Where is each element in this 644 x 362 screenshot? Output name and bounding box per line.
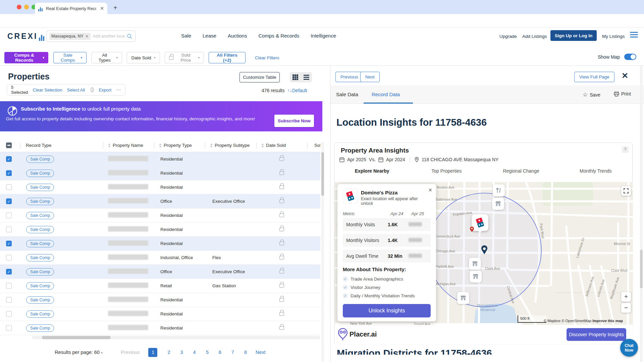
table-row[interactable]: Sale Comp Industrial, Office Flex (0, 251, 320, 265)
date-sold-filter[interactable]: Date Sold▾ (127, 52, 160, 63)
map-fullscreen-button[interactable] (621, 186, 631, 196)
insights-tab-regional-change[interactable]: Regional Change (484, 168, 558, 174)
discover-property-insights-button[interactable]: Discover Property Insights (567, 328, 626, 341)
page-5[interactable]: 5 (206, 350, 209, 355)
date-b[interactable]: Apr 2024 (386, 157, 405, 162)
sign-up-button[interactable]: Sign Up or Log In (550, 30, 597, 41)
insights-tab-monthly-trends[interactable]: Monthly Trends (558, 168, 633, 174)
table-row[interactable]: Sale Comp Retail Gas Station (0, 279, 320, 293)
panel-close-icon[interactable]: ✕ (622, 71, 628, 80)
select-all-checkbox[interactable] (6, 142, 12, 148)
date-a[interactable]: Apr 2025 (347, 157, 366, 162)
location-search-box[interactable]: Massapequa, NY✕ (46, 31, 136, 42)
table-row[interactable]: Sale Comp Residential (0, 223, 320, 237)
my-listings-link[interactable]: My Listings (602, 34, 625, 39)
search-input[interactable] (93, 34, 125, 39)
record-next-button[interactable]: Next (360, 72, 380, 82)
map-zoom-in-button[interactable]: + (621, 292, 631, 302)
all-types-filter[interactable]: All Types▾ (91, 52, 122, 63)
print-button[interactable]: Print (614, 91, 631, 97)
more-options-kebab-icon[interactable]: ⋯ (116, 87, 121, 93)
customize-table-button[interactable]: Customize Table (239, 72, 280, 82)
table-row[interactable]: ✓ Sale Comp Office Executive Office (0, 265, 320, 279)
store-poi-marker[interactable] (470, 270, 482, 283)
chip-remove-icon[interactable]: ✕ (85, 34, 89, 39)
browser-tab[interactable]: Real Estate Property Records ✕ (35, 3, 107, 14)
sale-comps-filter[interactable]: Sale Comps▾ (53, 52, 87, 63)
window-minimize-button[interactable] (24, 5, 29, 9)
dominos-map-marker[interactable] (472, 214, 488, 231)
tab-sale-data[interactable]: Sale Data (336, 92, 358, 97)
column-header-record-type[interactable]: Record Type (20, 142, 103, 148)
table-row[interactable]: Sale Comp Residential (0, 321, 320, 335)
table-row[interactable]: Sale Comp Residential (0, 180, 320, 194)
pagination-previous[interactable]: Previous (121, 350, 140, 355)
table-row[interactable]: ✓ Sale Comp Residential (0, 237, 320, 251)
page-7[interactable]: 7 (231, 350, 234, 355)
improve-map-link[interactable]: Improve this map (592, 319, 623, 323)
row-checkbox[interactable] (6, 297, 12, 303)
column-header-sold-price[interactable]: Sold Price (307, 142, 320, 148)
upgrade-link[interactable]: Upgrade (499, 34, 517, 39)
page-1[interactable]: 1 (148, 348, 157, 357)
panel-scrollbar-thumb[interactable] (640, 250, 643, 288)
nav-link-auctions[interactable]: Auctions (228, 33, 247, 39)
crexi-logo[interactable]: CREXI (7, 32, 45, 41)
save-button[interactable]: ☆Save (583, 91, 600, 98)
clear-selection-link[interactable]: Clear Selection (33, 87, 62, 93)
horizontal-scrollbar-thumb[interactable] (42, 336, 111, 339)
table-row[interactable]: Sale Comp Residential (0, 208, 320, 223)
row-checkbox[interactable]: ✓ (6, 241, 12, 246)
nav-link-sale[interactable]: Sale (181, 33, 191, 39)
store-poi-marker[interactable] (457, 292, 469, 304)
table-row[interactable]: Sale Comp Residential (0, 293, 320, 307)
sold-price-filter[interactable]: Sold Price▾ (165, 52, 204, 63)
column-header-property-name[interactable]: Property Name (103, 142, 154, 148)
page-3[interactable]: 3 (180, 350, 183, 355)
nav-link-comps-records[interactable]: Comps & Records (258, 33, 299, 39)
popup-close-icon[interactable]: × (428, 187, 432, 194)
window-close-button[interactable] (17, 5, 21, 9)
insights-tab-explore-nearby[interactable]: Explore Nearby (335, 168, 409, 174)
page-2[interactable]: 2 (167, 350, 170, 355)
list-view-icon[interactable] (304, 75, 309, 80)
restaurant-poi-marker[interactable] (493, 184, 505, 196)
sort-default-button[interactable]: ↑↓Default (287, 88, 307, 93)
column-header-date-sold[interactable]: Date Sold (256, 142, 307, 148)
column-header-property-type[interactable]: Property Type (154, 142, 205, 148)
insights-tab-top-properties[interactable]: Top Properties (409, 168, 484, 174)
store-poi-marker[interactable] (492, 198, 504, 210)
page-6[interactable]: 6 (219, 350, 221, 355)
row-checkbox[interactable] (6, 184, 12, 190)
column-header-property-subtype[interactable]: Property Subtype (205, 142, 256, 148)
table-row[interactable]: ✓ Sale Comp Residential (0, 166, 320, 180)
info-icon[interactable]: i (91, 87, 94, 92)
tab-close-icon[interactable]: ✕ (100, 6, 104, 11)
subscribe-now-button[interactable]: Subscribe Now (274, 115, 314, 127)
new-tab-button[interactable]: + (113, 4, 117, 12)
show-map-toggle[interactable] (624, 54, 636, 60)
row-checkbox[interactable] (6, 311, 12, 317)
table-row[interactable]: ✓ Sale Comp Office Executive Office (0, 194, 320, 208)
all-filters-button[interactable]: All Filters (+2) (209, 52, 246, 63)
unlock-insights-button[interactable]: Unlock Insights (343, 304, 431, 317)
grid-view-icon[interactable] (292, 74, 298, 80)
map-zoom-out-button[interactable]: − (621, 303, 631, 313)
row-checkbox[interactable] (6, 213, 12, 218)
help-icon[interactable]: ? (622, 146, 629, 153)
hamburger-menu-icon[interactable] (630, 32, 638, 39)
results-per-page[interactable]: Results per page: 60 ▾ (55, 350, 103, 355)
sort-icon[interactable] (210, 143, 213, 147)
nav-link-lease[interactable]: Lease (203, 33, 216, 39)
export-link[interactable]: Export (99, 87, 111, 93)
location-chip[interactable]: Massapequa, NY✕ (49, 33, 91, 40)
comps-records-filter[interactable]: Comps & Records▾ (4, 52, 48, 63)
row-checkbox[interactable] (6, 227, 12, 232)
panel-scrollbar-track[interactable] (640, 66, 643, 362)
chat-now-button[interactable]: Chat Now (620, 339, 638, 357)
store-poi-marker[interactable] (469, 258, 481, 270)
table-row[interactable]: ✓ Sale Comp Residential (0, 152, 320, 166)
search-icon[interactable] (127, 34, 132, 39)
sort-icon[interactable] (159, 143, 162, 147)
row-checkbox[interactable]: ✓ (6, 269, 12, 275)
